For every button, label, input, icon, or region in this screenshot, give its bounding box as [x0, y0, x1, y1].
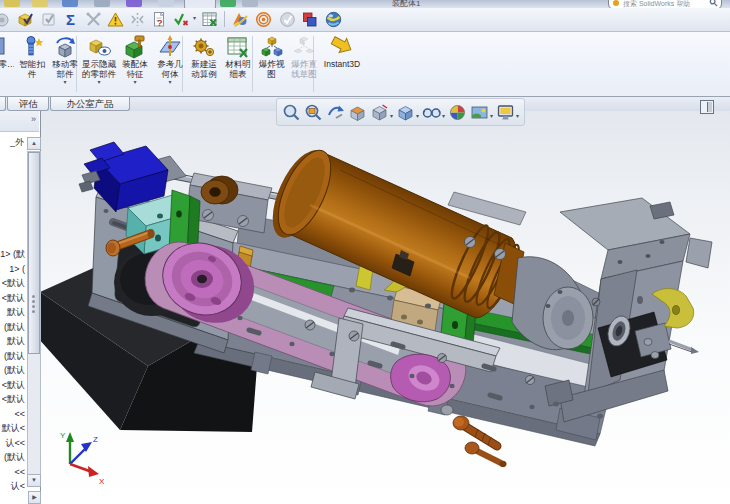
- dropdown-caret-icon: ▾: [133, 79, 136, 85]
- tab-assembly-partial[interactable]: [0, 97, 6, 111]
- tree-item[interactable]: <默认: [0, 276, 25, 291]
- scroll-up-button[interactable]: ▲: [27, 137, 41, 150]
- insert-components-button-partial[interactable]: 零…: [0, 34, 14, 94]
- rings-orange-icon[interactable]: [254, 10, 274, 29]
- window-title: 装配体1: [392, 0, 420, 8]
- move-component-button[interactable]: 移动零部件 ▾: [50, 34, 80, 94]
- file-question-icon[interactable]: ?: [150, 10, 170, 29]
- dropdown-caret-icon[interactable]: ▾: [490, 112, 493, 119]
- dropdown-caret-icon[interactable]: ▾: [442, 112, 445, 119]
- smart-fasteners-button[interactable]: 智能扣件: [17, 34, 47, 94]
- tree-item[interactable]: <<: [0, 407, 25, 422]
- tools-toolbar: Σ ? ▾: [0, 8, 730, 32]
- explode-line-sketch-button[interactable]: 爆炸直线草图: [288, 34, 320, 94]
- reference-geometry-button[interactable]: 参考几何体 ▾: [154, 34, 186, 94]
- feature-panel-header: »: [0, 111, 39, 132]
- search-input[interactable]: 搜索 SolidWorks 帮助: [608, 0, 722, 8]
- move-component-icon: [52, 34, 78, 60]
- dropdown-caret-icon: ▾: [168, 79, 171, 85]
- select-tool-button-partial[interactable]: [184, 0, 216, 8]
- tab-evaluate[interactable]: 评估: [7, 97, 49, 111]
- dropdown-caret-icon: ▾: [97, 79, 100, 85]
- command-manager-ribbon: 零… 智能扣件 移动零部件 ▾ 显示隐藏的零部件 ▾ 装配体特征 ▾ 参考几何体…: [0, 32, 730, 97]
- hide-show-items-icon[interactable]: [421, 102, 442, 123]
- dropdown-caret-icon[interactable]: ▾: [390, 112, 393, 119]
- zoom-to-area-icon[interactable]: [303, 102, 324, 123]
- measure-grayed-icon[interactable]: [84, 10, 104, 29]
- view-settings-icon[interactable]: [495, 102, 516, 123]
- graphics-viewport[interactable]: [40, 111, 730, 504]
- instant3d-icon: [329, 34, 355, 60]
- tree-root-label-fragment[interactable]: _外: [0, 136, 24, 149]
- new-motion-study-icon: [191, 34, 217, 60]
- view-orientation-icon[interactable]: [369, 102, 390, 123]
- search-icon[interactable]: [709, 0, 718, 7]
- tree-item[interactable]: 认<<: [0, 436, 25, 451]
- compare-squares-icon[interactable]: [300, 10, 320, 29]
- quick-access-button[interactable]: [220, 0, 236, 7]
- scroll-right-button[interactable]: ▶: [28, 491, 41, 504]
- tree-item[interactable]: (默认: [0, 349, 25, 364]
- verification-box-icon[interactable]: [16, 10, 36, 29]
- design-check-icon[interactable]: [172, 10, 192, 29]
- quick-access-button[interactable]: [32, 0, 48, 7]
- quick-access-button[interactable]: [242, 0, 258, 7]
- title-bar: 装配体1 搜索 SolidWorks 帮助: [0, 0, 730, 8]
- new-motion-study-button[interactable]: 新建运动算例: [188, 34, 220, 94]
- apply-scene-icon[interactable]: [469, 102, 490, 123]
- dropdown-caret-icon[interactable]: ▾: [516, 112, 519, 119]
- excel-table-icon[interactable]: [200, 10, 220, 29]
- dropdown-caret-icon[interactable]: ▾: [416, 112, 419, 119]
- zoom-to-fit-icon[interactable]: [281, 102, 302, 123]
- tree-item[interactable]: 默认: [0, 305, 25, 320]
- save-button-partial[interactable]: [62, 0, 78, 7]
- tree-item[interactable]: 1> (默: [0, 247, 25, 262]
- tree-item[interactable]: (默认: [0, 450, 25, 465]
- quick-access-button[interactable]: [4, 0, 20, 7]
- dropdown-caret-icon[interactable]: ▾: [193, 14, 196, 21]
- previous-view-icon[interactable]: [325, 102, 346, 123]
- display-pane-toggle-icon[interactable]: [700, 100, 714, 114]
- circle-check-grayed-icon[interactable]: [278, 10, 298, 29]
- tree-item[interactable]: (默认: [0, 363, 25, 378]
- tree-item[interactable]: 认<: [0, 479, 25, 494]
- insert-component-icon: [0, 34, 14, 60]
- quick-access-button[interactable]: [158, 0, 174, 7]
- symmetry-grayed-icon[interactable]: [128, 10, 148, 29]
- tree-item[interactable]: 默认: [0, 334, 25, 349]
- equations-sigma-icon[interactable]: Σ: [62, 10, 82, 29]
- assembly-features-icon: [122, 34, 148, 60]
- tree-item[interactable]: 1> (: [0, 262, 25, 277]
- exploded-view-button[interactable]: 爆炸视图: [257, 34, 286, 94]
- rebuild-button-partial[interactable]: [126, 0, 142, 7]
- tree-scrollbar-track[interactable]: [27, 151, 41, 475]
- display-style-icon[interactable]: [395, 102, 416, 123]
- scroll-down-button[interactable]: ▼: [27, 474, 41, 487]
- checkbox-grayed-icon[interactable]: [40, 10, 60, 29]
- tree-item[interactable]: <默认: [0, 291, 25, 306]
- tree-item[interactable]: <<: [0, 465, 25, 480]
- presentation-colorful-icon[interactable]: [230, 10, 250, 29]
- tree-item[interactable]: <默认: [0, 392, 25, 407]
- tab-office-products[interactable]: 办公室产品: [50, 97, 130, 111]
- tree-item[interactable]: (默认: [0, 320, 25, 335]
- interference-partial-icon[interactable]: [0, 10, 12, 29]
- exploded-view-icon: [259, 34, 285, 60]
- instant3d-button[interactable]: Instant3D: [318, 34, 366, 94]
- bill-of-materials-button[interactable]: 材料明细表: [222, 34, 254, 94]
- tree-item[interactable]: 默认<: [0, 421, 25, 436]
- search-flyout-icon[interactable]: [613, 0, 619, 6]
- quick-access-button[interactable]: [94, 0, 110, 7]
- expand-panel-chevron-icon[interactable]: »: [31, 114, 36, 124]
- warning-triangle-icon[interactable]: [106, 10, 126, 29]
- tree-item[interactable]: <默认: [0, 378, 25, 393]
- assembly-features-button[interactable]: 装配体特征 ▾: [119, 34, 151, 94]
- edit-appearance-icon[interactable]: [447, 102, 468, 123]
- edrawings-sphere-icon[interactable]: [324, 10, 344, 29]
- section-view-icon[interactable]: [347, 102, 368, 123]
- tree-scrollbar-thumb[interactable]: [28, 152, 40, 354]
- show-hidden-components-button[interactable]: 显示隐藏的零部件 ▾: [82, 34, 116, 94]
- scrollbar-grip-dots: [32, 293, 35, 315]
- heads-up-view-toolbar: ▾ ▾ ▾ ▾ ▾: [276, 98, 525, 126]
- svg-text:?: ?: [157, 18, 163, 28]
